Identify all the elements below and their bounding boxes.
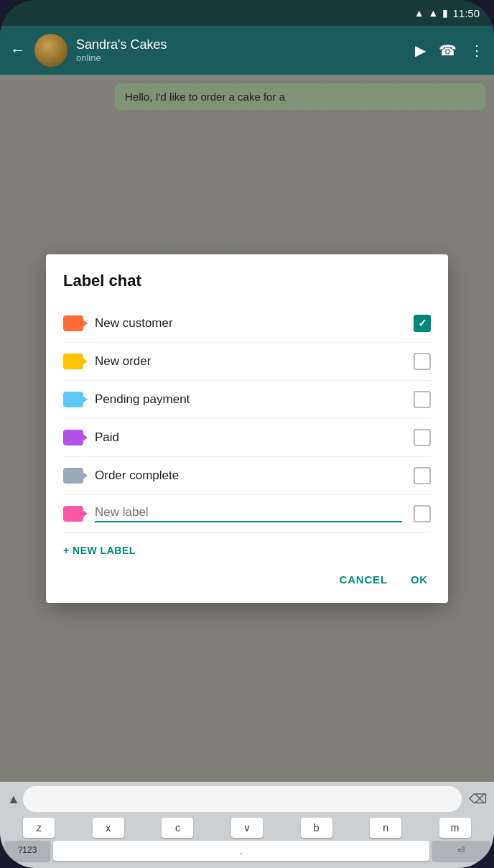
key-c[interactable]: c [162,818,193,838]
keyboard-icon: ▲ [7,792,20,807]
key-numbers[interactable]: ?123 [4,841,50,861]
key-enter[interactable]: ⏎ [432,841,490,861]
battery-icon: ▮ [442,7,448,19]
header-actions: ▶ ☎ ⋮ [415,42,484,59]
dialog-actions: CANCEL OK [63,562,431,591]
status-icons: ▲ ▲ ▮ 11:50 [414,7,480,19]
status-time: 11:50 [452,7,480,19]
chat-background: Hello, I'd like to order a cake for a La… [0,75,494,782]
checkbox-order-complete[interactable] [414,467,431,484]
wifi-icon: ▲ [414,7,424,19]
dialog-overlay: Label chat New customer ✓ New order [0,75,494,782]
checkbox-pending-payment[interactable] [414,391,431,408]
key-m[interactable]: m [439,818,471,838]
label-item-paid[interactable]: Paid [63,419,431,457]
label-tag-gray [63,468,83,484]
label-text-pending-payment: Pending payment [95,392,402,407]
keyboard-area: ▲ ⌫ z x c v b n m ?123 . ⏎ [0,782,494,868]
label-text-order-complete: Order complete [95,468,402,483]
label-tag-pink [63,506,83,522]
compose-area [23,786,462,812]
key-b[interactable]: b [301,818,332,838]
cancel-button[interactable]: CANCEL [337,568,391,591]
checkmark-icon: ✓ [418,317,427,330]
contact-status: online [76,52,406,63]
label-tag-orange [63,315,83,331]
chat-header: ← Sandra's Cakes online ▶ ☎ ⋮ [0,26,494,75]
keyboard-letter-row: z x c v b n m [0,816,494,839]
label-text-new-order: New order [95,354,402,369]
checkbox-new-label[interactable] [414,505,431,522]
key-z[interactable]: z [23,818,55,838]
label-item-pending-payment[interactable]: Pending payment [63,381,431,419]
avatar-image [34,34,67,67]
label-item-order-complete[interactable]: Order complete [63,457,431,495]
label-tag-blue [63,392,83,407]
checkbox-new-order[interactable] [414,353,431,370]
key-v[interactable]: v [231,818,263,838]
label-item-new-order[interactable]: New order [63,343,431,381]
key-x[interactable]: x [93,818,124,838]
back-button[interactable]: ← [10,41,26,60]
signal-icon: ▲ [429,7,439,19]
label-text-new-customer: New customer [95,316,402,331]
phone-frame: ▲ ▲ ▮ 11:50 ← Sandra's Cakes online ▶ ☎ … [0,0,494,868]
label-chat-dialog: Label chat New customer ✓ New order [46,254,448,603]
checkbox-paid[interactable] [414,429,431,446]
more-options-icon[interactable]: ⋮ [470,42,484,59]
status-bar: ▲ ▲ ▮ 11:50 [0,0,494,26]
label-tag-purple [63,430,83,445]
keyboard-top-row: ▲ ⌫ [0,782,494,816]
key-period[interactable]: . [53,841,429,861]
key-n[interactable]: n [370,818,401,838]
avatar [34,34,67,67]
contact-info: Sandra's Cakes online [76,37,406,63]
delete-icon[interactable]: ⌫ [469,791,487,807]
new-label-button[interactable]: + NEW LABEL [63,533,431,562]
label-item-new-customer[interactable]: New customer ✓ [63,305,431,343]
label-text-paid: Paid [95,430,402,445]
keyboard-bottom-row: ?123 . ⏎ [0,839,494,862]
label-item-new-label-input [63,495,431,533]
ok-button[interactable]: OK [408,568,431,591]
video-call-icon[interactable]: ▶ [415,42,426,59]
dialog-title: Label chat [63,272,431,290]
phone-icon[interactable]: ☎ [439,42,457,59]
label-tag-yellow [63,354,83,369]
checkbox-new-customer[interactable]: ✓ [414,315,431,332]
new-label-input[interactable] [95,505,402,522]
contact-name: Sandra's Cakes [76,37,406,52]
